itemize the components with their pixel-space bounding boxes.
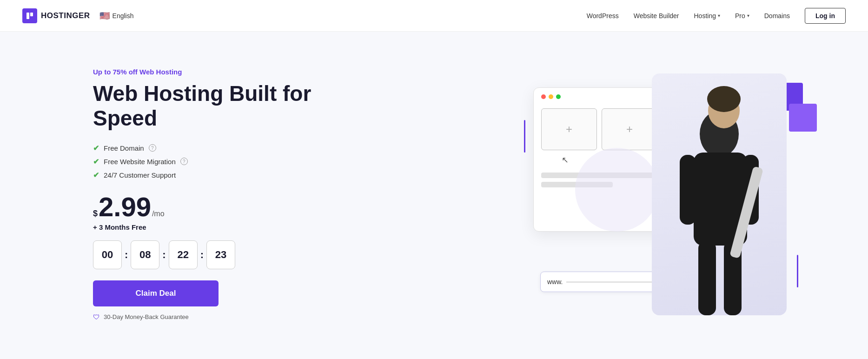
help-icon[interactable]: ? [149,144,156,152]
months-free-label: + 3 Months Free [93,223,311,231]
countdown-timer: 00 : 08 : 22 : 23 [93,240,311,269]
check-icon: ✔ [93,157,99,166]
promo-text: Up to 75% off Web Hosting [93,68,311,76]
svg-point-4 [707,86,741,112]
colon-separator: : [125,249,128,261]
hero-section: Up to 75% off Web Hosting Web Hosting Bu… [0,32,868,357]
svg-rect-6 [680,155,696,225]
countdown-frames: 23 [206,240,235,269]
colon-separator: : [162,249,166,261]
hero-content: Up to 75% off Web Hosting Web Hosting Bu… [93,68,311,321]
price-dollar: $ [93,209,98,219]
decoration-square-2 [789,104,817,132]
chevron-down-icon: ▾ [718,13,720,18]
decoration-line-2 [797,255,798,287]
nav-link-hosting[interactable]: Hosting ▾ [694,12,720,20]
nav-left: HOSTINGER 🇺🇸 English [22,8,133,23]
login-button[interactable]: Log in [805,8,846,24]
colon-separator: : [200,249,204,261]
check-icon: ✔ [93,144,99,153]
nav-link-pro[interactable]: Pro ▾ [735,12,749,20]
person-illustration-bg [652,73,787,315]
claim-deal-button[interactable]: Claim Deal [93,280,219,306]
nav-right: WordPress Website Builder Hosting ▾ Pro … [587,8,846,24]
list-item: ✔ Free Website Migration ? [93,157,311,166]
language-label: English [113,12,134,20]
dot-red [541,94,546,99]
countdown-hours: 00 [93,240,122,269]
dot-yellow [549,94,553,99]
check-icon: ✔ [93,171,99,180]
list-item: ✔ Free Domain ? [93,144,311,153]
logo-text: HOSTINGER [41,11,90,20]
chevron-down-icon: ▾ [747,13,749,18]
features-list: ✔ Free Domain ? ✔ Free Website Migration… [93,144,311,180]
logo[interactable]: HOSTINGER [22,8,90,23]
hero-illustration: + + ↖ www. .com [515,73,812,315]
domain-line [566,282,655,282]
price-amount: 2.99 [99,193,151,220]
add-block-2: + [602,108,657,150]
promo-percent: 75% [113,68,127,76]
svg-rect-1 [30,13,33,16]
person-svg [652,73,787,315]
shield-icon: 🛡 [93,313,100,321]
add-block-1: + [541,108,597,150]
countdown-seconds: 22 [169,240,198,269]
flag-icon: 🇺🇸 [99,11,110,21]
price-display: $ 2.99 /mo [93,193,311,220]
guarantee-text: 🛡 30-Day Money-Back Guarantee [93,313,311,321]
svg-rect-0 [27,13,29,19]
navbar: HOSTINGER 🇺🇸 English WordPress Website B… [0,0,868,32]
language-selector[interactable]: 🇺🇸 English [99,11,134,21]
circle-decoration [575,148,659,232]
decoration-line-1 [524,120,525,153]
price-period: /mo [152,210,165,218]
help-icon[interactable]: ? [180,158,188,165]
svg-rect-8 [698,241,716,315]
nav-link-website-builder[interactable]: Website Builder [634,12,679,20]
hero-title: Web Hosting Built for Speed [93,81,311,131]
logo-icon [22,8,37,23]
nav-link-wordpress[interactable]: WordPress [587,12,619,20]
list-item: ✔ 24/7 Customer Support [93,171,311,180]
countdown-minutes: 08 [131,240,159,269]
dot-green [556,94,561,99]
nav-link-domains[interactable]: Domains [764,12,790,20]
domain-www-text: www. [547,278,563,286]
